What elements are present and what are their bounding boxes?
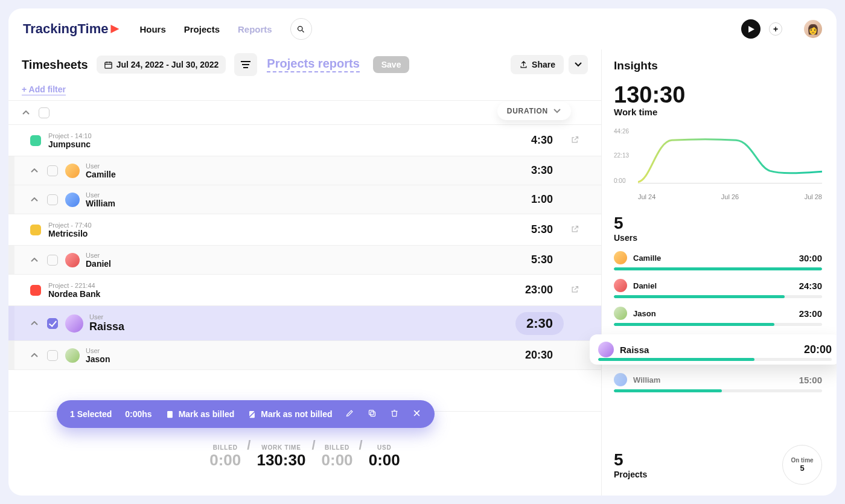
svg-point-0 <box>298 26 303 31</box>
edit-icon <box>345 409 354 418</box>
x-tick: Jul 28 <box>805 193 822 200</box>
user-avatar <box>65 314 83 333</box>
share-button[interactable]: Share <box>511 55 564 74</box>
nav-reports[interactable]: Reports <box>238 24 272 34</box>
nav-projects[interactable]: Projects <box>184 24 220 34</box>
user-time: 15:00 <box>799 375 822 385</box>
close-button[interactable] <box>412 409 421 419</box>
project-row[interactable]: Project - 14:10 Jumpsunc 4:30 <box>8 125 601 156</box>
row-checkbox[interactable] <box>47 255 58 266</box>
mark-not-billed-button[interactable]: Mark as not billed <box>247 409 332 419</box>
collapse-all-icon[interactable] <box>22 110 30 115</box>
insights-worktime-value: 130:30 <box>614 82 822 108</box>
user-bar[interactable]: Daniel 24:30 <box>614 279 822 298</box>
project-name: Nordea Bank <box>48 289 100 299</box>
nav-links: Hours Projects Reports <box>139 24 272 34</box>
billed-label: BILLED <box>209 444 241 451</box>
project-name: Jumpsunc <box>48 139 92 149</box>
user-row[interactable]: User Jason 20:30 <box>8 341 601 370</box>
user-avatar <box>614 307 627 320</box>
bulk-action-bar: 1 Selected 0:00hs Mark as billed Mark as… <box>57 400 435 428</box>
chart-line <box>638 128 822 190</box>
add-filter-button[interactable]: + Add filter <box>8 82 601 101</box>
worktime-chart: 44:26 22:13 0:00 Jul 24 Jul 26 Jul 28 <box>614 128 822 200</box>
page-title: Timesheets <box>22 58 88 72</box>
project-duration: 4:30 <box>531 134 553 147</box>
row-checkbox[interactable] <box>47 350 58 361</box>
group-by-button[interactable] <box>234 53 257 76</box>
usd-label: USD <box>369 444 400 451</box>
project-meta: Project - 14:10 <box>48 132 92 139</box>
user-time: 23:00 <box>799 308 822 319</box>
y-tick: 44:26 <box>614 128 629 135</box>
user-avatar <box>65 253 80 267</box>
billed2-label: BILLED <box>322 444 353 451</box>
user-row[interactable]: User Daniel 5:30 <box>8 246 601 275</box>
date-range-picker[interactable]: Jul 24, 2022 - Jul 30, 2022 <box>97 56 226 74</box>
billed-value: 0:00 <box>209 451 241 470</box>
ontime-value: 5 <box>800 464 804 473</box>
nav-hours[interactable]: Hours <box>139 24 165 34</box>
project-color-badge <box>30 135 41 146</box>
project-row[interactable]: Project - 221:44 Nordea Bank 23:00 <box>8 275 601 306</box>
project-meta: Project - 221:44 <box>48 282 100 289</box>
user-avatar <box>614 373 627 386</box>
mark-billed-button[interactable]: Mark as billed <box>165 409 235 419</box>
user-row-selected[interactable]: User Raissa 2:30 <box>8 306 601 341</box>
project-name: Metricsilo <box>48 229 92 238</box>
chevron-up-icon[interactable] <box>30 258 39 263</box>
edit-button[interactable] <box>345 409 354 419</box>
user-name: Daniel <box>633 281 657 290</box>
user-bar-highlight[interactable]: Raissa 20:00 <box>590 334 837 365</box>
user-role: User <box>86 252 111 259</box>
user-avatar <box>65 193 80 207</box>
user-bar[interactable]: William 15:00 <box>614 373 822 392</box>
y-tick: 0:00 <box>614 177 625 184</box>
y-tick: 22:13 <box>614 152 629 159</box>
users-count: 5 <box>614 214 822 233</box>
progress-fill <box>598 358 754 361</box>
chevron-up-icon[interactable] <box>30 197 39 202</box>
users-label: Users <box>614 233 822 243</box>
row-checkbox-checked[interactable] <box>47 318 58 329</box>
start-timer-button[interactable] <box>741 19 760 39</box>
search-button[interactable] <box>290 18 312 40</box>
report-name-input[interactable]: Projects reports <box>267 57 359 72</box>
user-time: 30:00 <box>799 253 822 263</box>
external-link-icon[interactable] <box>570 285 579 296</box>
project-duration: 5:30 <box>531 223 553 236</box>
save-button[interactable]: Save <box>373 56 410 73</box>
delete-button[interactable] <box>390 409 399 419</box>
user-bar[interactable]: Camille 30:00 <box>614 251 822 270</box>
user-name: Jason <box>86 354 110 364</box>
chevron-up-icon[interactable] <box>30 168 39 173</box>
user-row[interactable]: User Camille 3:30 <box>8 156 601 185</box>
timesheet-table: DURATION Project - 14:10 Jumpsunc 4:30 <box>8 101 601 411</box>
svg-line-1 <box>302 30 304 32</box>
trash-icon <box>390 409 399 418</box>
user-avatar <box>598 342 614 357</box>
play-icon <box>748 26 754 33</box>
user-duration: 20:30 <box>525 349 553 362</box>
user-name: William <box>86 199 115 208</box>
select-all-checkbox[interactable] <box>39 107 49 118</box>
chevron-up-icon[interactable] <box>30 321 39 326</box>
project-row[interactable]: Project - 77:40 Metricsilo 5:30 <box>8 214 601 246</box>
row-checkbox[interactable] <box>47 165 58 176</box>
progress-fill <box>614 323 774 326</box>
external-link-icon[interactable] <box>570 135 579 146</box>
progress-fill <box>614 267 822 270</box>
chevron-up-icon[interactable] <box>30 353 39 358</box>
add-button[interactable]: + <box>769 22 782 36</box>
duration-column-header[interactable]: DURATION <box>497 102 571 120</box>
row-checkbox[interactable] <box>47 194 58 205</box>
share-dropdown[interactable] <box>569 55 588 74</box>
ontime-label: On time <box>791 457 813 464</box>
user-row[interactable]: User William 1:00 <box>8 185 601 214</box>
user-bar[interactable]: Jason 23:00 <box>614 307 822 326</box>
project-meta: Project - 77:40 <box>48 222 92 229</box>
external-link-icon[interactable] <box>570 225 579 235</box>
user-name: William <box>633 375 660 384</box>
copy-button[interactable] <box>368 409 377 419</box>
profile-avatar[interactable]: 👩 <box>804 20 822 38</box>
